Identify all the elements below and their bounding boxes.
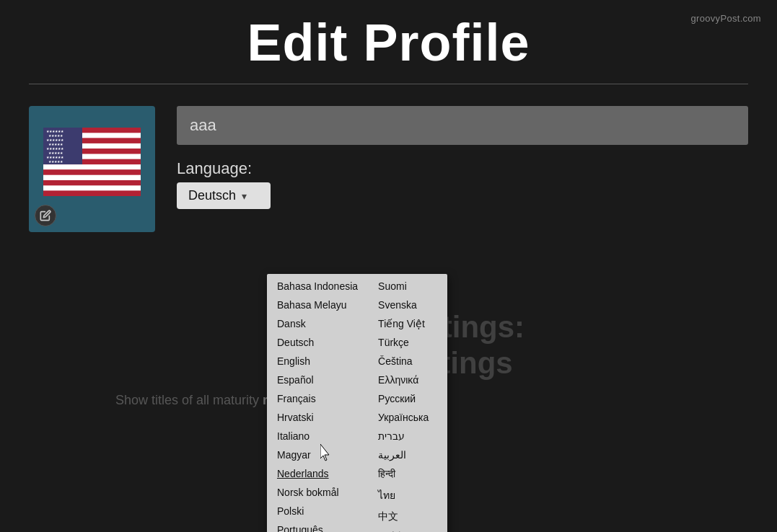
svg-rect-7 <box>43 164 141 169</box>
dropdown-item[interactable]: Bahasa Melayu <box>267 296 368 314</box>
dropdown-item[interactable]: Norsk bokmål <box>267 483 368 502</box>
dropdown-item[interactable]: Ελληνικά <box>368 371 447 389</box>
svg-text:★★★★★: ★★★★★ <box>48 159 63 164</box>
dropdown-item[interactable]: हिन्दी <box>368 464 447 484</box>
dropdown-item[interactable]: Bahasa Indonesia <box>267 277 368 296</box>
dropdown-item[interactable]: ไทย <box>368 484 447 507</box>
svg-rect-10 <box>43 180 141 185</box>
dropdown-item[interactable]: Português <box>267 520 368 532</box>
avatar-edit-button[interactable] <box>35 205 56 226</box>
dropdown-item[interactable]: 日本語 <box>368 527 447 532</box>
dropdown-item[interactable]: Svenska <box>368 296 447 314</box>
language-select-button[interactable]: Deutsch ▾ <box>177 182 271 209</box>
dropdown-item[interactable]: Українська <box>368 408 447 427</box>
svg-rect-9 <box>43 175 141 180</box>
page-title: Edit Profile <box>0 0 777 84</box>
dropdown-item[interactable]: Русский <box>368 389 447 408</box>
dropdown-item[interactable]: Türkçe <box>368 333 447 352</box>
dropdown-item[interactable]: Polski <box>267 502 368 520</box>
language-section: Language: Deutsch ▾ <box>177 159 748 209</box>
dropdown-item[interactable]: Deutsch <box>267 333 368 352</box>
dropdown-item[interactable]: Tiếng Việt <box>368 314 447 333</box>
dropdown-item[interactable]: Hrvatski <box>267 408 368 427</box>
selected-language-label: Deutsch <box>188 188 236 203</box>
dropdown-columns: Bahasa IndonesiaBahasa MelayuDanskDeutsc… <box>267 277 447 532</box>
dropdown-item[interactable]: English <box>267 352 368 371</box>
dropdown-item[interactable]: Français <box>267 389 368 408</box>
dropdown-item[interactable]: Dansk <box>267 314 368 333</box>
svg-rect-12 <box>43 191 141 196</box>
dropdown-item[interactable]: العربية <box>368 445 447 464</box>
dropdown-item[interactable]: Suomi <box>368 277 447 296</box>
avatar-container: ★★★★★★ ★★★★★ ★★★★★★ ★★★★★ ★★★★★★ ★★★★★ ★… <box>29 106 155 232</box>
language-label: Language: <box>177 159 748 178</box>
name-input[interactable] <box>177 106 748 145</box>
dropdown-item[interactable]: Español <box>267 371 368 389</box>
dropdown-item[interactable]: Čeština <box>368 352 447 371</box>
chevron-down-icon: ▾ <box>242 190 247 202</box>
dropdown-item[interactable]: Magyar <box>267 445 368 464</box>
dropdown-item[interactable]: עברית <box>368 427 447 445</box>
dropdown-col-right: SuomiSvenskaTiếng ViệtTürkçeČeštinaΕλλην… <box>368 277 447 532</box>
dropdown-item[interactable]: Italiano <box>267 427 368 445</box>
main-content: ★★★★★★ ★★★★★ ★★★★★★ ★★★★★ ★★★★★★ ★★★★★ ★… <box>0 84 777 232</box>
svg-rect-11 <box>43 185 141 190</box>
dropdown-item[interactable]: Nederlands <box>267 464 368 483</box>
language-dropdown: Bahasa IndonesiaBahasa MelayuDanskDeutsc… <box>267 274 447 532</box>
dropdown-item[interactable]: 中文 <box>368 507 447 527</box>
flag-image: ★★★★★★ ★★★★★ ★★★★★★ ★★★★★ ★★★★★★ ★★★★★ ★… <box>43 128 141 196</box>
watermark: groovyPost.com <box>691 13 761 24</box>
dropdown-col-left: Bahasa IndonesiaBahasa MelayuDanskDeutsc… <box>267 277 368 532</box>
form-area: Language: Deutsch ▾ <box>177 106 748 232</box>
svg-rect-8 <box>43 169 141 174</box>
pencil-icon <box>40 210 51 221</box>
